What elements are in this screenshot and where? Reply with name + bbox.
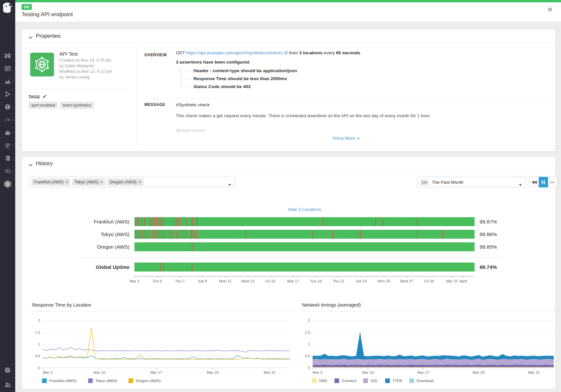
- uptime-bar[interactable]: [134, 217, 475, 226]
- chevron-down-icon: [28, 162, 33, 168]
- time-range-select[interactable]: 1m The Past Month: [417, 177, 526, 187]
- sidebar-item-notebook[interactable]: ›: [4, 154, 12, 162]
- sidebar-help-icon[interactable]: ?: [4, 366, 12, 374]
- chart-title-divider: [30, 311, 295, 312]
- hide-locations-link[interactable]: Hide 3 Locations: [134, 207, 475, 212]
- response-time-plot[interactable]: 00.511.52Mar 3Mar 10Mar 17Mar 24Mar 31: [30, 315, 292, 378]
- failure-tick: [160, 263, 161, 271]
- svg-text:2: 2: [38, 318, 40, 322]
- remove-chip-icon[interactable]: ×: [101, 180, 103, 184]
- failure-tick: [139, 230, 140, 239]
- legend-item[interactable]: TTFB: [385, 378, 402, 383]
- failure-tick: [192, 217, 193, 226]
- show-more-link[interactable]: Show More: [144, 136, 548, 141]
- external-link-icon[interactable]: [284, 51, 288, 56]
- sidebar-item-search-lines[interactable]: ›: [4, 167, 12, 175]
- svg-text:0.5: 0.5: [35, 354, 40, 358]
- remove-chip-icon[interactable]: ×: [138, 180, 141, 184]
- svg-text:Mar 24: Mar 24: [473, 370, 484, 374]
- created-by: by Gabin Marignier: [59, 63, 112, 69]
- axis-tick: [293, 276, 293, 278]
- sidebar-item-gauge[interactable]: ›: [4, 116, 12, 124]
- tag-chip[interactable]: team:synthetics: [60, 102, 94, 109]
- time-range-badge: 1m: [420, 179, 429, 186]
- sidebar-item-binoculars[interactable]: [4, 52, 12, 60]
- legend-swatch: [334, 378, 339, 383]
- uptime-bar[interactable]: [134, 242, 475, 251]
- gear-icon[interactable]: [547, 7, 553, 13]
- network-timings-plot[interactable]: 00.511.52Mar 3Mar 10Mar 17Mar 24Mar 31: [300, 315, 556, 378]
- legend-item[interactable]: SSL: [363, 378, 378, 383]
- chevron-down-icon[interactable]: [228, 181, 231, 187]
- chevron-down-icon[interactable]: [519, 181, 522, 187]
- svg-text:0.5: 0.5: [305, 354, 310, 358]
- svg-text:1.5: 1.5: [305, 330, 310, 334]
- uptime-bar[interactable]: [134, 230, 475, 239]
- tag-chip[interactable]: apm:enabled: [28, 102, 58, 109]
- failure-tick: [417, 217, 418, 226]
- failure-tick: [163, 217, 163, 226]
- axis-tick: [157, 276, 157, 278]
- response-time-chart: Response Time by Location 00.511.52Mar 3…: [30, 302, 295, 389]
- rewind-button[interactable]: [530, 177, 539, 187]
- legend-item[interactable]: Oregon (AWS): [128, 378, 161, 383]
- sidebar-item-alert-circle[interactable]: ›: [4, 103, 12, 111]
- axis-tick-label: Sat 9: [198, 279, 207, 283]
- legend-item[interactable]: Download: [409, 378, 434, 383]
- message-label: MESSAGE: [144, 102, 165, 107]
- assertion-item: Status Code should be 403: [193, 83, 297, 91]
- properties-section-header[interactable]: Properties: [22, 29, 555, 43]
- legend-item[interactable]: Frankfurt (AWS): [42, 378, 77, 383]
- failure-tick: [197, 217, 198, 226]
- axis-tick-label: Sat 23: [356, 279, 367, 283]
- message-title: #Synthetic check: [176, 102, 210, 107]
- sidebar-item-list-bars[interactable]: ›: [4, 142, 12, 150]
- svg-text:2: 2: [308, 318, 310, 322]
- failure-tick: [136, 217, 136, 226]
- pause-button[interactable]: [539, 177, 548, 187]
- endpoint-url-link[interactable]: https://api.example.com/api/v0/synthetic…: [186, 50, 283, 55]
- uptime-percentage: 99.86%: [480, 230, 497, 239]
- edit-tags-pencil-icon[interactable]: [42, 94, 47, 100]
- failure-tick: [159, 230, 160, 239]
- chart-title-divider: [300, 311, 558, 312]
- failure-tick: [313, 230, 313, 239]
- sidebar-users-icon[interactable]: [4, 381, 12, 389]
- legend-item[interactable]: Connect: [334, 378, 356, 383]
- failure-tick: [149, 230, 149, 239]
- tags-row: apm:enabledteam:synthetics: [28, 102, 96, 109]
- axis-tick: [271, 276, 271, 278]
- legend-item[interactable]: DNS: [312, 378, 327, 383]
- legend-item[interactable]: Tokyo (AWS): [88, 378, 118, 383]
- sidebar-item-hexagons[interactable]: ›: [4, 90, 12, 98]
- location-filter-select[interactable]: Frankfurt (AWS)×Tokyo (AWS)×Oregon (AWS)…: [29, 177, 235, 187]
- history-section-header[interactable]: History: [22, 157, 555, 171]
- sidebar-item-metrics-chart[interactable]: ›: [4, 77, 12, 85]
- uptime-percentage: 99.87%: [480, 217, 497, 226]
- location-filter-chip[interactable]: Frankfurt (AWS)×: [31, 178, 70, 186]
- location-filter-chip[interactable]: Oregon (AWS)×: [107, 178, 143, 186]
- failure-tick: [144, 217, 145, 226]
- axis-tick-label: Mar 3: [129, 279, 139, 283]
- failure-tick: [383, 217, 383, 226]
- sidebar-item-globe-network[interactable]: [4, 180, 12, 188]
- from-text: from: [289, 50, 298, 55]
- overview-line: GET https://api.example.com/api/v0/synth…: [176, 50, 360, 56]
- location-filter-chip[interactable]: Tokyo (AWS)×: [72, 178, 105, 186]
- locations-count: 3 locations: [299, 50, 323, 55]
- sidebar-item-puzzle[interactable]: ›: [4, 129, 12, 137]
- legend-label: Connect: [342, 379, 356, 383]
- remove-chip-icon[interactable]: ×: [66, 180, 68, 184]
- svg-text:Mar 3: Mar 3: [313, 370, 322, 374]
- uptime-bar[interactable]: [134, 263, 475, 271]
- svg-text:Mar 24: Mar 24: [207, 370, 219, 374]
- check-interval: 60 seconds: [336, 50, 361, 55]
- failure-tick: [152, 230, 153, 239]
- forward-button[interactable]: [548, 177, 557, 187]
- api-test-icon: [30, 53, 54, 76]
- datadog-logo[interactable]: [1, 1, 14, 15]
- legend-swatch: [385, 378, 390, 383]
- sidebar-item-dashboard[interactable]: [4, 65, 12, 73]
- network-timings-chart: Network timings (averaged) 00.511.52Mar …: [300, 302, 558, 389]
- uptime-percentage: 99.74%: [480, 263, 497, 271]
